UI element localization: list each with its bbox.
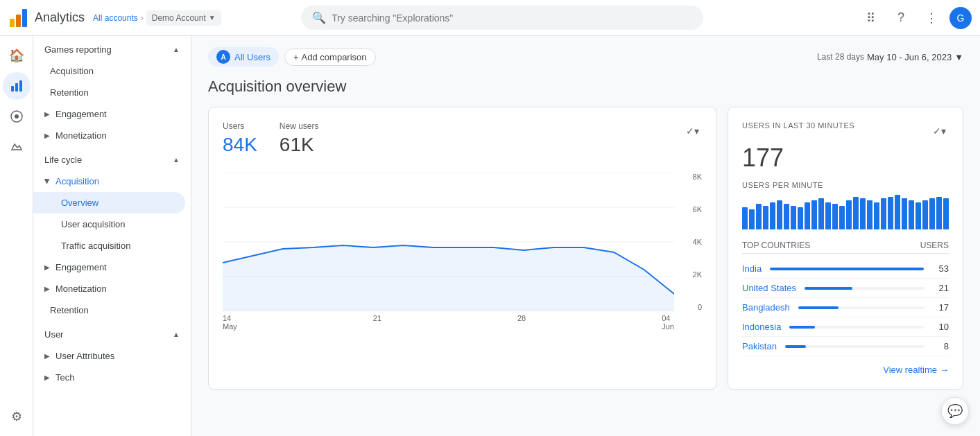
breadcrumb-accounts[interactable]: All accounts <box>93 13 138 23</box>
bar <box>742 207 748 229</box>
country-name[interactable]: India <box>742 263 762 274</box>
explore-icon[interactable] <box>3 103 31 130</box>
search-bar[interactable]: 🔍 <box>301 6 703 30</box>
search-input[interactable] <box>332 12 692 24</box>
country-bar <box>789 326 815 329</box>
date-range-selector[interactable]: Last 28 days May 10 - Jun 6, 2023 ▼ <box>817 52 963 62</box>
country-row: Bangladesh 17 <box>742 298 949 317</box>
expand-icon: ▶ <box>44 285 50 293</box>
more-options-button[interactable]: ⋮ <box>919 6 944 30</box>
bar <box>791 206 796 229</box>
sidebar-item-user-attributes[interactable]: ▶ User Attributes <box>33 345 191 367</box>
chart-options-button[interactable]: ✓▾ <box>682 121 702 141</box>
country-bar <box>798 306 839 309</box>
country-bar-container <box>785 345 924 348</box>
bar <box>805 202 810 229</box>
expand-icon: ▶ <box>44 179 51 184</box>
expand-icon: ▶ <box>44 132 50 139</box>
x-label-may28: 28 <box>517 314 526 331</box>
bar <box>895 195 900 229</box>
country-name[interactable]: Pakistan <box>742 341 777 351</box>
home-icon[interactable]: 🏠 <box>3 42 31 69</box>
chevron-down-icon: ▼ <box>209 14 216 21</box>
bar <box>929 198 935 229</box>
expand-icon: ▶ <box>44 352 50 360</box>
all-users-chip[interactable]: A All Users <box>208 47 279 67</box>
countries-header: TOP COUNTRIES USERS <box>742 241 949 254</box>
games-reporting-header[interactable]: Games reporting ▲ <box>33 36 191 60</box>
date-range-value: May 10 - Jun 6, 2023 <box>867 52 952 62</box>
users-label: Users <box>223 121 257 131</box>
realtime-options-button[interactable]: ✓▾ <box>929 121 949 141</box>
svg-rect-2 <box>22 9 27 27</box>
user-header[interactable]: User ▲ <box>33 321 191 345</box>
subheader: A All Users + Add comparison Last 28 day… <box>208 36 963 75</box>
lifecycle-header[interactable]: Life cycle ▲ <box>33 146 191 171</box>
chat-button[interactable]: 💬 <box>941 397 969 425</box>
breadcrumb-account: Demo Account <box>152 13 206 23</box>
bar <box>784 204 789 229</box>
country-row: United States 21 <box>742 279 949 298</box>
all-users-label: All Users <box>234 52 270 62</box>
svg-rect-5 <box>19 80 22 91</box>
account-selector[interactable]: Demo Account ▼ <box>146 10 221 26</box>
main-content: A All Users + Add comparison Last 28 day… <box>191 36 980 436</box>
add-icon: + <box>293 52 299 62</box>
countries-list: India 53 United States 21 Bangladesh 17 … <box>742 259 949 356</box>
country-value: 21 <box>932 283 949 293</box>
user-items: ▶ User Attributes ▶ Tech <box>33 345 191 388</box>
sidebar-item-monetization-lc[interactable]: ▶ Monetization <box>33 278 191 299</box>
bar <box>777 200 782 229</box>
y-label-2k: 2K <box>677 270 702 279</box>
cards-grid: Users 84K New users 61K ✓▾ <box>208 107 963 390</box>
country-name[interactable]: United States <box>742 283 796 293</box>
sidebar-item-retention-games[interactable]: Retention <box>33 82 185 103</box>
help-icon-button[interactable]: ? <box>888 6 913 30</box>
bar <box>770 202 775 229</box>
svg-marker-13 <box>223 245 674 311</box>
card1-header: Users 84K New users 61K ✓▾ <box>223 121 702 167</box>
add-comparison-label: Add comparison <box>302 52 367 62</box>
sidebar-item-monetization-games[interactable]: ▶ Monetization <box>33 125 191 146</box>
sidebar-item-acquisition-lc[interactable]: ▶ Acquisition <box>33 171 191 192</box>
reports-icon[interactable] <box>3 72 31 100</box>
svg-point-7 <box>15 114 19 119</box>
sidebar-item-user-acquisition[interactable]: User acquisition <box>33 213 185 235</box>
view-realtime-label: View realtime <box>883 365 937 375</box>
new-users-label: New users <box>280 121 319 131</box>
bar <box>749 209 755 229</box>
view-realtime-link[interactable]: View realtime → <box>742 365 949 375</box>
x-label-may14: 14May <box>223 314 237 331</box>
bar <box>798 207 803 229</box>
avatar[interactable]: G <box>949 7 972 29</box>
bar <box>818 198 824 229</box>
users-col-label: USERS <box>920 241 949 250</box>
bar <box>915 202 921 229</box>
topbar: Analytics All accounts › Demo Account ▼ … <box>0 0 980 36</box>
country-row: Indonesia 10 <box>742 317 949 337</box>
games-reporting-chevron: ▲ <box>173 46 180 53</box>
svg-rect-0 <box>10 19 15 27</box>
realtime-label: USERS IN LAST 30 MINUTES <box>742 121 854 130</box>
apps-icon-button[interactable]: ⠿ <box>858 6 883 30</box>
sidebar-item-engagement-games[interactable]: ▶ Engagement <box>33 103 191 125</box>
lifecycle-items: ▶ Acquisition Overview User acquisition … <box>33 171 191 321</box>
sidebar-item-traffic-acquisition[interactable]: Traffic acquisition <box>33 235 185 256</box>
country-name[interactable]: Indonesia <box>742 322 781 332</box>
sidebar-item-engagement-lc[interactable]: ▶ Engagement <box>33 256 191 278</box>
sidebar-item-overview[interactable]: Overview <box>33 192 185 213</box>
breadcrumb-sep: › <box>141 13 144 23</box>
advertising-icon[interactable] <box>3 133 31 161</box>
user-chevron: ▲ <box>173 331 180 338</box>
sidebar-item-retention-lc[interactable]: Retention <box>33 299 185 321</box>
add-comparison-button[interactable]: + Add comparison <box>284 49 376 66</box>
search-icon: 🔍 <box>312 11 326 24</box>
realtime-header-label: USERS IN LAST 30 MINUTES <box>742 121 854 132</box>
settings-icon[interactable]: ⚙ <box>3 403 31 430</box>
country-bar-container <box>805 287 924 290</box>
chevron-down-icon: ▼ <box>954 52 963 62</box>
sidebar-item-acquisition-games[interactable]: Acquisition <box>33 60 185 82</box>
sidebar-item-tech[interactable]: ▶ Tech <box>33 367 191 388</box>
country-bar-container <box>770 268 924 270</box>
country-name[interactable]: Bangladesh <box>742 302 790 313</box>
